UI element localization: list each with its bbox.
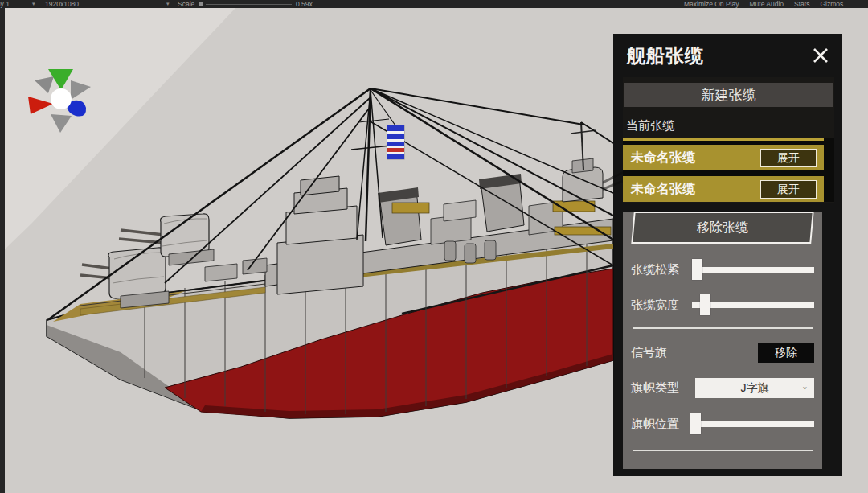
stats-toggle[interactable]: Stats bbox=[794, 0, 809, 8]
scale-value: 0.59x bbox=[296, 0, 313, 8]
signal-flag-row: 信号旗 移除 bbox=[631, 342, 814, 363]
cable-list: 未命名张缆 展开 未命名张缆 展开 bbox=[623, 138, 834, 202]
display-caret-icon[interactable]: ▾ bbox=[32, 0, 35, 8]
cable-tension-label: 张缆松紧 bbox=[631, 262, 692, 277]
cable-width-label: 张缆宽度 bbox=[631, 298, 692, 313]
resolution-caret-icon[interactable]: ▾ bbox=[166, 0, 170, 8]
game-view-toolbar: Display 1 ▾ 1920x1080 ▾ Scale 0.59x Maxi… bbox=[0, 0, 868, 8]
cable-width-row: 张缆宽度 bbox=[631, 294, 814, 316]
flag-type-value: J字旗 bbox=[741, 381, 769, 394]
close-icon[interactable] bbox=[810, 45, 831, 66]
panel-titlebar: 舰船张缆 bbox=[613, 34, 842, 77]
unity-game-view: Display 1 ▾ 1920x1080 ▾ Scale 0.59x Maxi… bbox=[0, 0, 868, 493]
slider-handle[interactable] bbox=[690, 413, 701, 434]
cable-row[interactable]: 未命名张缆 展开 bbox=[623, 176, 824, 202]
flag-type-dropdown[interactable]: J字旗 ⌄ bbox=[695, 378, 814, 398]
flag-stripe bbox=[387, 154, 404, 159]
scale-label: Scale bbox=[178, 0, 194, 8]
cable-header-section: 新建张缆 当前张缆 未命名张缆 展开 未命名张缆 展开 bbox=[623, 77, 834, 203]
cable-width-slider[interactable] bbox=[692, 294, 814, 316]
slider-track[interactable] bbox=[692, 267, 814, 273]
gizmos-toggle[interactable]: Gizmos bbox=[820, 0, 843, 8]
cable-tension-row: 张缆松紧 bbox=[631, 258, 814, 281]
new-cable-button[interactable]: 新建张缆 bbox=[624, 83, 833, 107]
cable-properties-section: 移除张缆 张缆松紧 张缆宽度 信号旗 移除 bbox=[623, 212, 822, 469]
remove-cable-button[interactable]: 移除张缆 bbox=[631, 212, 813, 244]
slider-handle[interactable] bbox=[700, 294, 710, 315]
divider bbox=[633, 450, 813, 451]
current-cable-label: 当前张缆 bbox=[626, 117, 834, 134]
resolution-selector[interactable]: 1920x1080 bbox=[45, 0, 79, 8]
flag-type-row: 旗帜类型 J字旗 ⌄ bbox=[631, 377, 814, 398]
flag-position-row: 旗帜位置 bbox=[631, 413, 814, 435]
slider-handle[interactable] bbox=[692, 259, 702, 280]
flag-type-label: 旗帜类型 bbox=[631, 380, 679, 396]
flag-remove-button[interactable]: 移除 bbox=[758, 343, 814, 363]
chevron-down-icon: ⌄ bbox=[801, 376, 809, 396]
panel-title: 舰船张缆 bbox=[627, 43, 704, 68]
display-selector[interactable]: Display 1 bbox=[0, 0, 10, 8]
expand-button[interactable]: 展开 bbox=[760, 180, 817, 199]
cable-row-partial[interactable] bbox=[623, 138, 824, 145]
scale-slider-handle[interactable] bbox=[199, 2, 203, 6]
slider-track[interactable] bbox=[692, 421, 814, 427]
divider bbox=[633, 327, 813, 329]
flag-stripe bbox=[387, 125, 404, 131]
signal-flag bbox=[387, 125, 404, 159]
expand-button[interactable]: 展开 bbox=[760, 149, 817, 167]
cable-name: 未命名张缆 bbox=[631, 150, 695, 166]
flag-position-label: 旗帜位置 bbox=[631, 417, 692, 432]
cable-name: 未命名张缆 bbox=[631, 181, 695, 198]
flag-position-slider[interactable] bbox=[692, 413, 814, 435]
cable-tension-slider[interactable] bbox=[692, 258, 814, 281]
mute-audio-toggle[interactable]: Mute Audio bbox=[750, 0, 784, 8]
scale-slider-track[interactable] bbox=[206, 4, 292, 6]
cable-row[interactable]: 未命名张缆 展开 bbox=[623, 145, 824, 170]
slider-track[interactable] bbox=[692, 302, 814, 308]
ship-rigging-panel: 舰船张缆 新建张缆 当前张缆 未命名张缆 展开 未命名张缆 展开 bbox=[613, 34, 842, 476]
signal-flag-label: 信号旗 bbox=[631, 345, 667, 360]
maximize-on-play-toggle[interactable]: Maximize On Play bbox=[684, 0, 739, 8]
